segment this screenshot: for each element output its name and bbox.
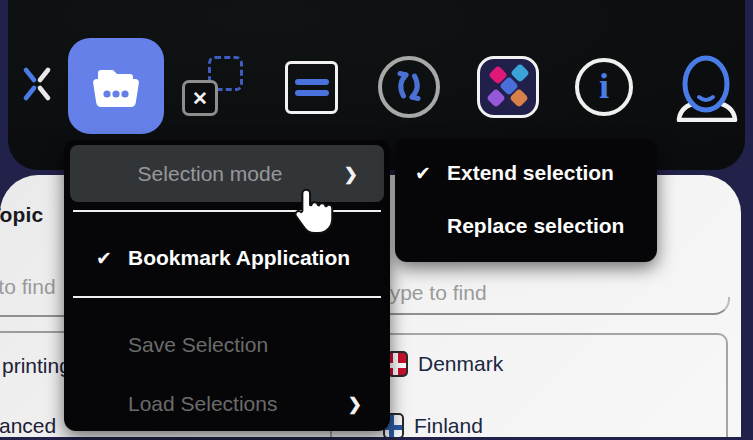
hand-cursor bbox=[291, 186, 335, 242]
left-listbox-border bbox=[0, 331, 70, 333]
bookmarks-button[interactable] bbox=[68, 38, 164, 134]
denmark-flag-icon bbox=[387, 351, 408, 377]
left-pane-title: Topic bbox=[0, 203, 43, 227]
menu-item-label: Selection mode bbox=[100, 145, 320, 202]
list-item[interactable]: printing bbox=[2, 354, 71, 378]
dropdown-menu: Selection mode ❯ ✔ Bookmark Application … bbox=[64, 140, 390, 431]
profile-button[interactable] bbox=[666, 52, 746, 126]
menu-item-label: Load Selections bbox=[128, 392, 277, 416]
refresh-button[interactable] bbox=[378, 56, 440, 118]
menu-item-bookmark-application[interactable]: ✔ Bookmark Application bbox=[64, 230, 390, 286]
folder-icon bbox=[89, 63, 143, 109]
clear-selections-icon[interactable]: ✕ bbox=[182, 55, 252, 121]
left-search-input[interactable]: Type to find bbox=[0, 275, 56, 299]
check-icon: ✔ bbox=[96, 247, 112, 270]
menu-item-save-selection[interactable]: Save Selection bbox=[64, 317, 390, 373]
submenu-item-label: Replace selection bbox=[447, 214, 624, 238]
chevron-right-icon: ❯ bbox=[344, 163, 358, 184]
list-item-label: Denmark bbox=[418, 352, 503, 376]
list-item-label: Finland bbox=[414, 414, 483, 437]
left-search-underline bbox=[0, 315, 70, 317]
clear-x-icon: ✕ bbox=[182, 80, 218, 116]
tile-purple bbox=[486, 88, 506, 108]
submenu-item-replace-selection[interactable]: Replace selection bbox=[395, 201, 657, 251]
person-icon bbox=[666, 52, 746, 122]
close-x-icon[interactable] bbox=[17, 64, 57, 108]
menu-divider bbox=[73, 296, 381, 298]
chevron-right-icon: ❯ bbox=[348, 394, 362, 415]
list-item-denmark[interactable]: Denmark bbox=[387, 351, 503, 377]
list-item-finland[interactable]: Finland bbox=[383, 413, 483, 437]
app-tiles-button[interactable] bbox=[477, 56, 539, 118]
menu-item-label: Bookmark Application bbox=[128, 246, 350, 270]
submenu-item-label: Extend selection bbox=[447, 161, 614, 185]
right-search-border bbox=[330, 297, 730, 315]
submenu-item-extend-selection[interactable]: ✔ Extend selection bbox=[395, 148, 657, 198]
menu-item-load-selections[interactable]: Load Selections ❯ bbox=[64, 376, 390, 432]
menu-item-selection-mode[interactable]: Selection mode ❯ bbox=[70, 145, 384, 202]
list-item[interactable]: anced bbox=[0, 414, 56, 437]
equals-button[interactable] bbox=[285, 61, 338, 114]
check-icon: ✔ bbox=[415, 162, 431, 185]
menu-item-label: Save Selection bbox=[128, 333, 268, 357]
info-button[interactable]: i bbox=[575, 58, 633, 116]
selection-mode-submenu: ✔ Extend selection Replace selection bbox=[395, 139, 657, 262]
info-icon: i bbox=[599, 68, 609, 104]
